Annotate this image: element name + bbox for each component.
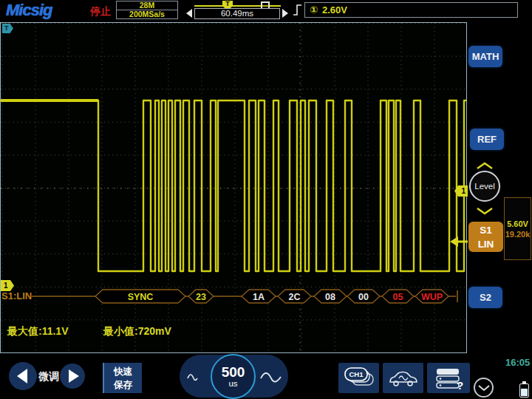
svg-text:23: 23: [196, 292, 206, 302]
brand-logo: Micsig: [6, 1, 52, 20]
trigger-slope-icon: [293, 3, 304, 17]
oscilloscope-screen: Micsig 停止 28M 200MSa/s T 60.49ms ① 2.60V…: [0, 0, 532, 399]
left-triangle-icon: [9, 362, 37, 390]
svg-text:2C: 2C: [289, 292, 301, 302]
svg-text:00: 00: [358, 292, 369, 302]
decode-bus-label: S1:LIN: [1, 290, 32, 301]
waveform-svg: SYNC231A2C080005WUP: [1, 23, 466, 352]
timebase-value: 500: [222, 365, 245, 379]
svg-text:05: 05: [393, 292, 403, 302]
help-menu-button[interactable]: ?: [427, 363, 470, 393]
time-window-readout[interactable]: 60.49ms: [194, 8, 280, 19]
sample-depth: 28M: [117, 1, 177, 10]
trigger-settings-box[interactable]: ① 2.60V: [304, 2, 518, 18]
s1-bus-button[interactable]: S1 LIN: [468, 222, 503, 252]
timebase-right-arrow[interactable]: [282, 9, 288, 18]
collapse-menu-button[interactable]: [474, 378, 494, 398]
waveform-display[interactable]: SYNC231A2C080005WUP: [0, 22, 467, 353]
car-wave-icon: [387, 367, 420, 389]
svg-text:?: ?: [457, 379, 463, 390]
measurement-min: 最小值:720mV: [103, 325, 171, 338]
timebase-left-arrow[interactable]: [186, 9, 192, 18]
s1-protocol: LIN: [468, 237, 503, 251]
sample-rate: 200MSa/s: [117, 10, 177, 19]
slow-sine-icon[interactable]: [186, 369, 202, 386]
step-left-button[interactable]: [9, 362, 37, 390]
trigger-level-value: 2.60V: [322, 4, 347, 16]
right-triangle-icon: [60, 364, 85, 389]
svg-text:SYNC: SYNC: [128, 292, 154, 302]
quick-save-button[interactable]: 快速 保存: [103, 363, 142, 393]
timebase-unit: us: [228, 379, 237, 388]
level-knob[interactable]: Level: [469, 171, 500, 202]
measurement-max: 最大值:11.1V: [7, 325, 68, 338]
s1-baud-value: 19.20k: [505, 230, 531, 239]
svg-text:WUP: WUP: [421, 292, 443, 302]
channel-stack-icon: CH1: [342, 366, 376, 390]
sample-info-box[interactable]: 28M 200MSa/s: [116, 1, 178, 19]
s1-settings-readout[interactable]: 5.60V 19.20k: [504, 197, 531, 260]
chevron-down-icon: [477, 384, 491, 392]
math-button[interactable]: MATH: [468, 46, 502, 67]
s1-label: S1: [468, 223, 503, 237]
svg-text:08: 08: [325, 292, 335, 302]
step-right-button[interactable]: [60, 364, 85, 389]
svg-text:1A: 1A: [253, 292, 265, 302]
svg-text:CH1: CH1: [349, 370, 364, 378]
channel-select-button[interactable]: CH1: [338, 363, 379, 393]
battery-icon: [519, 383, 529, 398]
ref-button[interactable]: REF: [470, 129, 504, 150]
server-question-icon: ?: [432, 366, 465, 390]
automotive-button[interactable]: [383, 363, 423, 393]
trigger-source-badge: ①: [310, 4, 318, 16]
fast-sine-icon[interactable]: [259, 366, 283, 389]
run-stop-status[interactable]: 停止: [90, 5, 111, 18]
fine-adjust-label: 微调: [38, 370, 59, 383]
level-down-chevron-icon[interactable]: [476, 205, 494, 218]
clock: 16:05: [505, 357, 530, 368]
timebase-knob[interactable]: 500 us: [211, 354, 256, 399]
s2-bus-button[interactable]: S2: [468, 287, 502, 308]
decode-threshold-arrow[interactable]: [450, 236, 468, 250]
s1-threshold-value: 5.60V: [507, 219, 528, 228]
